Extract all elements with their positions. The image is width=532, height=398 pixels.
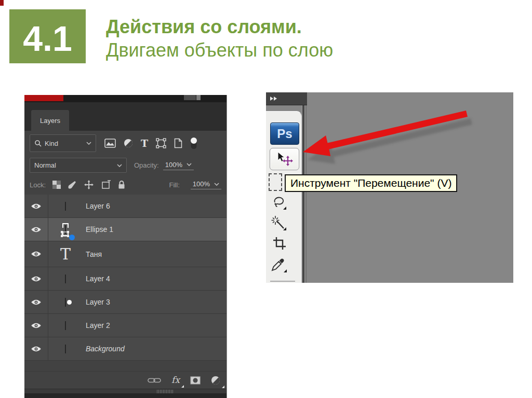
move-tool-button[interactable] xyxy=(270,148,299,170)
layer-name: Таня xyxy=(86,250,102,258)
corner-mark xyxy=(0,0,4,6)
text-layer-icon: T xyxy=(53,245,78,264)
flyout-triangle-icon xyxy=(181,385,184,388)
panel-bottom-edge xyxy=(24,393,227,398)
lock-image-brush-icon[interactable] xyxy=(68,180,77,189)
layer-thumbnail-image xyxy=(65,202,66,211)
title-line-1: Действия со слоями. xyxy=(106,16,333,38)
chevron-down-icon xyxy=(117,164,122,167)
visibility-toggle[interactable] xyxy=(24,195,48,217)
selection-bracket xyxy=(64,223,69,228)
titlebar-gray-segment xyxy=(184,95,196,100)
fill-value-text: 100% xyxy=(193,180,210,188)
flyout-triangle-icon xyxy=(222,386,224,388)
panel-titlebar xyxy=(24,95,227,102)
shape-filter-icon[interactable] xyxy=(156,138,166,148)
layer-style-button[interactable]: fx xyxy=(171,376,180,385)
titlebar-light-segment xyxy=(196,95,201,100)
blend-mode-dropdown[interactable]: Normal xyxy=(30,158,127,173)
blend-row: Normal Opacity: 100% xyxy=(24,156,227,175)
lock-label: Lock: xyxy=(30,181,46,189)
arrow-shape xyxy=(303,111,468,156)
lock-position-icon[interactable] xyxy=(84,180,94,190)
lock-transparency-icon[interactable] xyxy=(52,181,61,189)
layer-thumbnail-yellow xyxy=(65,321,66,330)
visibility-toggle[interactable] xyxy=(24,267,48,290)
eyedropper-tool-button[interactable] xyxy=(269,255,288,273)
title-line-2: Двигаем объекты по слою xyxy=(106,38,333,62)
visibility-toggle[interactable] xyxy=(24,337,48,360)
chevron-down-icon xyxy=(187,163,192,166)
move-tool-icon xyxy=(275,152,294,167)
photoshop-logo-button[interactable]: Ps xyxy=(270,122,299,145)
filter-row: Kind T xyxy=(24,131,227,156)
fill-value[interactable]: 100% xyxy=(191,180,221,189)
panel-tab-row: Layers xyxy=(24,102,227,131)
layer-row-text[interactable]: T Таня xyxy=(24,241,227,267)
eye-icon xyxy=(31,226,42,233)
lock-artboard-icon[interactable] xyxy=(101,180,111,189)
add-mask-button[interactable] xyxy=(190,376,201,385)
arrow-shadow xyxy=(308,118,472,164)
layer-name: Ellipse 1 xyxy=(86,225,113,234)
pixel-filter-icon[interactable] xyxy=(104,139,116,148)
blend-mode-value: Normal xyxy=(34,161,114,169)
layer-thumbnail-red xyxy=(65,298,66,307)
flyout-triangle-icon xyxy=(284,269,287,272)
toolbox-screenshot: Ps xyxy=(266,92,513,283)
layer-row-layer2[interactable]: Layer 2 xyxy=(24,314,227,337)
panel-footer: fx xyxy=(24,371,227,389)
flyout-triangle-icon xyxy=(283,207,286,210)
layer-row-ellipse1[interactable]: Ellipse 1 xyxy=(24,218,227,241)
eye-icon xyxy=(31,322,42,329)
layer-row-layer4[interactable]: Layer 4 xyxy=(24,267,227,291)
visibility-toggle[interactable] xyxy=(24,291,48,313)
lock-all-icon[interactable] xyxy=(118,180,125,189)
kind-filter-label: Kind xyxy=(45,140,83,147)
smart-object-filter-icon[interactable] xyxy=(174,138,182,148)
tab-layers[interactable]: Layers xyxy=(31,110,69,131)
fill-label: Fill: xyxy=(169,181,180,189)
adjustment-icon xyxy=(211,376,220,385)
scrollbar-grip[interactable] xyxy=(157,390,174,393)
chevron-down-icon xyxy=(86,142,91,145)
opacity-label: Opacity: xyxy=(134,161,159,169)
layer-row-layer3[interactable]: Layer 3 xyxy=(24,291,227,314)
crop-tool-button[interactable] xyxy=(271,235,288,252)
link-layers-button[interactable] xyxy=(148,377,161,383)
layer-thumbnail-white xyxy=(65,345,66,353)
layers-panel: Layers Kind T xyxy=(24,95,227,398)
layer-name: Layer 4 xyxy=(86,275,110,283)
layer-name: Layer 2 xyxy=(86,321,110,330)
layer-list: Layer 6 Ellipse 1 xyxy=(24,195,227,361)
opacity-value[interactable]: 100% xyxy=(163,161,194,170)
layer-row-layer6[interactable]: Layer 6 xyxy=(24,195,227,218)
tool-strip-divider xyxy=(270,281,295,282)
eye-icon xyxy=(31,203,42,210)
section-badge: 4.1 xyxy=(9,9,86,63)
visibility-toggle[interactable] xyxy=(24,314,48,337)
lock-row: Lock: Fill: 100% xyxy=(24,175,227,195)
titlebar-red-segment xyxy=(24,95,63,101)
layer-name: Layer 6 xyxy=(86,202,110,210)
adjustment-layer-button[interactable] xyxy=(211,376,220,385)
adjustment-filter-icon[interactable] xyxy=(124,139,133,148)
filter-toggle-icon[interactable] xyxy=(190,137,197,149)
eye-icon xyxy=(31,299,42,306)
marquee-tool-button[interactable] xyxy=(269,173,282,191)
filter-icons: T xyxy=(104,137,197,149)
lasso-tool-button[interactable] xyxy=(270,193,287,211)
panel-scrollbar[interactable] xyxy=(24,389,227,393)
magic-wand-tool-button[interactable] xyxy=(270,214,287,231)
type-filter-icon[interactable]: T xyxy=(141,139,148,148)
kind-filter-dropdown[interactable]: Kind xyxy=(30,134,96,152)
slide-title: Действия со слоями. Двигаем объекты по с… xyxy=(106,16,333,62)
layer-name: Background xyxy=(86,345,125,353)
layer-name: Layer 3 xyxy=(86,298,110,306)
layer-row-background[interactable]: Background xyxy=(24,337,227,361)
flyout-triangle-icon xyxy=(283,227,286,230)
visibility-toggle[interactable] xyxy=(24,218,48,241)
visibility-toggle[interactable] xyxy=(24,241,48,267)
opacity-value-text: 100% xyxy=(165,161,182,169)
double-arrow-icon xyxy=(270,97,278,101)
